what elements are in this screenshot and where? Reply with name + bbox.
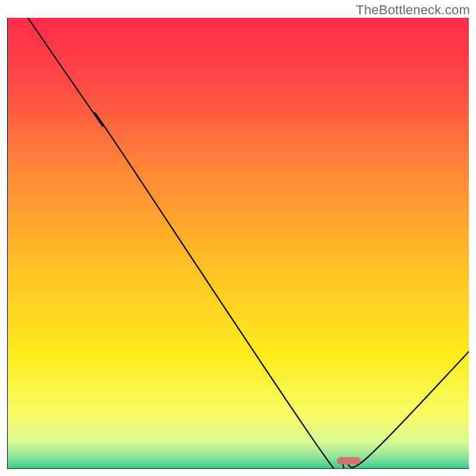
optimal-marker bbox=[337, 457, 361, 464]
bottleneck-chart bbox=[7, 18, 469, 469]
gradient-background bbox=[7, 18, 469, 469]
chart-container bbox=[7, 18, 469, 469]
watermark-text: TheBottleneck.com bbox=[356, 2, 470, 18]
